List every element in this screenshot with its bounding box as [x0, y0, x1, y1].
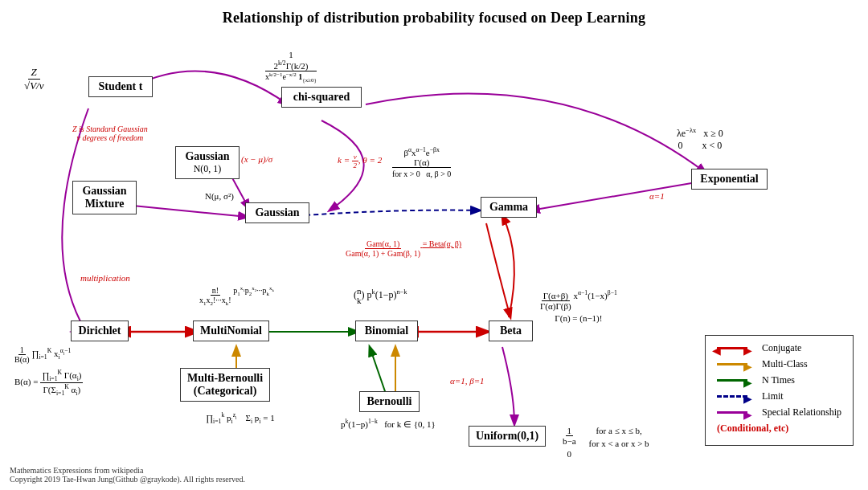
box-multinomial: MultiNomial: [193, 321, 269, 341]
box-gaussian-mixture: Gaussian Mixture: [72, 181, 137, 214]
legend-conjugate: ▶ ◀ Conjugate: [717, 342, 841, 354]
legend-limit: ▶ Limit: [717, 390, 841, 402]
formula-multinomial: n! x1x2!···xk! p1x1p2x2···pkxk: [199, 285, 274, 307]
box-uniform: Uniform(0,1): [469, 426, 546, 447]
formula-beta: Γ(α+β) Γ(α)Γ(β) xα−1(1−x)β−1 Γ(n) = (n−1…: [540, 289, 617, 323]
formula-student-z: Z √V/ν: [24, 66, 43, 92]
formula-dirichlet: 1 B(α) ∏i=1K xiαi−1 B(α) = ∏i=1K Γ(αi) Γ…: [14, 345, 83, 397]
box-gaussian-top: Gaussian N(0, 1): [175, 146, 240, 179]
formula-multi-bernoulli: ∏i=1k pizi Σi pi = 1: [206, 411, 275, 425]
label-x-mu-sigma: (x − μ)/σ: [241, 154, 272, 164]
formula-exponential: λe−λx x ≥ 0 0 x < 0: [677, 127, 723, 152]
box-gamma: Gamma: [481, 197, 537, 218]
box-exponential: Exponential: [691, 169, 768, 190]
box-student-t: Student t: [88, 76, 153, 97]
formula-beta-gamma: Gam(α, 1) Gam(α, 1) + Gam(β, 1) = Beta(α…: [346, 239, 461, 258]
formula-gamma: βαxα−1e−βx Γ(α) for x > 0 α, β > 0: [392, 146, 451, 178]
svg-line-5: [370, 347, 386, 394]
box-dirichlet: Dirichlet: [71, 321, 129, 341]
label-multiplication: multiplication: [80, 273, 130, 283]
box-multi-bernoulli: Multi-Bernoulli (Categorical): [180, 368, 270, 402]
formula-binomial: (nk) pk(1−p)n−k: [354, 286, 407, 305]
legend-multiclass: ▶ Multi-Class: [717, 358, 841, 370]
box-chi-squared: chi-squared: [281, 87, 362, 108]
label-k-theta: k = ν2, θ = 2: [338, 153, 382, 169]
box-binomial: Binomial: [355, 321, 418, 341]
box-bernoulli: Bernoulli: [359, 391, 420, 412]
page-title: Relationship of distribution probability…: [0, 0, 868, 27]
box-beta: Beta: [489, 321, 533, 341]
box-gaussian-mid: Gaussian: [245, 202, 309, 223]
label-n-mu-sigma: N(μ, σ²): [205, 191, 234, 201]
formula-bernoulli: pk(1−p)1−k for k ∈ {0, 1}: [341, 418, 436, 430]
legend-special: ▶ Special Relationship: [717, 406, 841, 419]
label-alpha1-exp: α=1: [649, 191, 665, 201]
legend-ntimes: ▶ N Times: [717, 374, 841, 386]
main-canvas: Relationship of distribution probability…: [0, 0, 868, 490]
label-z-gaussian: Z is Standard Gaussian v degrees of free…: [72, 125, 148, 142]
legend-conditional: (Conditional, etc): [717, 423, 841, 435]
label-alpha-beta-1: α=1, β=1: [450, 376, 485, 386]
formula-uniform: 1 b−a 0 for a ≤ x ≤ b, for x < a or x > …: [563, 426, 649, 459]
legend-box: ▶ ◀ Conjugate ▶ Multi-Class ▶ N Times ▶ …: [705, 335, 854, 446]
footer: Mathematics Expressions from wikipedia C…: [10, 466, 245, 484]
formula-chi-top: 1 2k/2Γ(k/2) xk/2−1e−x/2 1{x≥0}: [265, 50, 317, 84]
